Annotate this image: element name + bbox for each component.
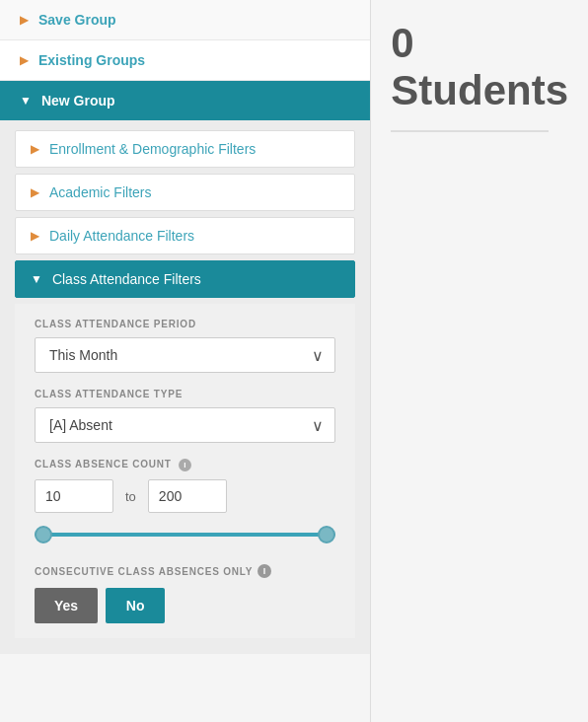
students-count: 0 Students [391,20,568,114]
existing-groups-label: Existing Groups [38,52,145,68]
sub-filters: ▶ Enrollment & Demographic Filters ▶ Aca… [0,120,370,654]
right-panel: 0 Students [371,0,588,722]
absence-count-to-input[interactable] [148,479,227,513]
class-attendance-arrow-icon: ▼ [31,272,42,286]
existing-groups-item[interactable]: ▶ Existing Groups [0,40,370,81]
left-panel: ▶ Save Group ▶ Existing Groups ▼ New Gro… [0,0,371,722]
consecutive-label: CONSECUTIVE CLASS ABSENCES ONLY i [35,564,335,578]
new-group-label: New Group [41,93,115,108]
absence-count-info-icon[interactable]: i [179,459,191,471]
slider-thumb-right[interactable] [318,526,335,543]
type-field-label: CLASS ATTENDANCE TYPE [35,389,335,399]
absence-count-from-input[interactable] [35,479,113,513]
slider-thumb-left[interactable] [35,526,52,543]
new-group-header[interactable]: ▼ New Group [0,81,370,120]
absence-count-field-label: CLASS ABSENCE COUNT i [35,459,335,471]
save-group-arrow-icon: ▶ [20,13,29,27]
period-field-label: CLASS ATTENDANCE PERIOD [35,319,335,329]
type-select-wrapper: [A] Absent [T] Tardy [P] Present [E] Exc… [35,407,335,443]
divider-line [391,130,549,132]
class-attendance-filter-label: Class Attendance Filters [52,271,201,287]
academic-filter-label: Academic Filters [49,184,151,200]
class-attendance-filter-item[interactable]: ▼ Class Attendance Filters [15,260,355,298]
academic-arrow-icon: ▶ [31,185,39,199]
existing-groups-arrow-icon: ▶ [20,53,29,67]
period-select-wrapper: This Month This Week Last Month Last Wee… [35,337,335,373]
slider-track [35,533,335,537]
yes-no-row: Yes No [35,588,335,623]
absence-count-slider[interactable] [35,525,335,544]
period-select[interactable]: This Month This Week Last Month Last Wee… [35,337,335,373]
enrollment-filter-item[interactable]: ▶ Enrollment & Demographic Filters [15,130,355,168]
absence-count-row: to [35,479,335,513]
daily-attendance-filter-label: Daily Attendance Filters [49,228,194,244]
enrollment-filter-label: Enrollment & Demographic Filters [49,141,256,157]
daily-attendance-arrow-icon: ▶ [31,229,39,243]
consecutive-info-icon[interactable]: i [257,564,271,578]
yes-button[interactable]: Yes [35,588,98,623]
class-attendance-panel: CLASS ATTENDANCE PERIOD This Month This … [15,304,355,638]
save-group-item[interactable]: ▶ Save Group [0,0,370,40]
academic-filter-item[interactable]: ▶ Academic Filters [15,174,355,211]
type-select[interactable]: [A] Absent [T] Tardy [P] Present [E] Exc… [35,407,335,443]
enrollment-arrow-icon: ▶ [31,142,39,156]
daily-attendance-filter-item[interactable]: ▶ Daily Attendance Filters [15,217,355,254]
new-group-arrow-icon: ▼ [20,94,32,108]
save-group-label: Save Group [38,12,116,28]
to-label: to [125,489,136,504]
no-button[interactable]: No [106,588,165,623]
